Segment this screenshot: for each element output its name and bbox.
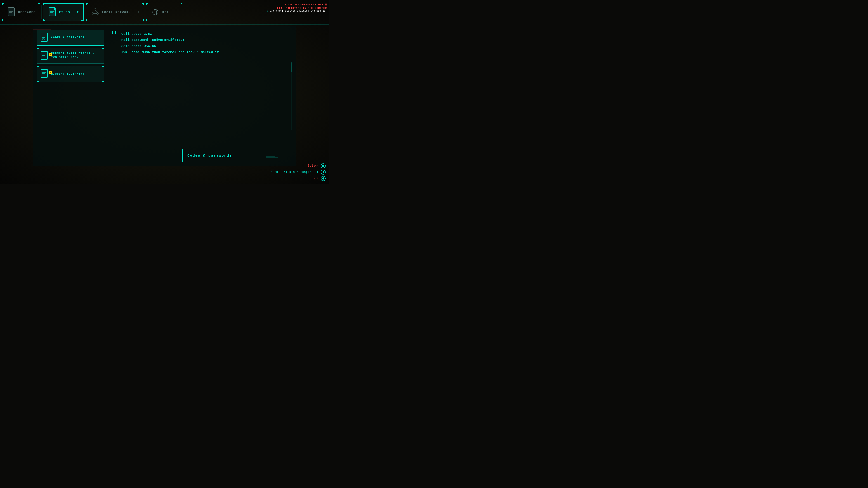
scroll-label: Scroll Within Message/File: [271, 170, 319, 174]
select-label: Select: [308, 164, 319, 167]
files-icon: [48, 6, 57, 18]
files-tab-count: 2: [72, 11, 79, 14]
content-line-3: Safe code: 054786: [121, 43, 289, 49]
missing-equipment-label: MISSING EQUIPMENT: [51, 72, 85, 76]
control-exit: Exit: [311, 176, 326, 181]
exit-btn-inner: [322, 177, 324, 180]
file-title-text: Codes & passwords: [187, 154, 232, 158]
tab-net[interactable]: NET: [146, 3, 182, 21]
file-title-bar: Codes & passwords: [182, 149, 289, 162]
svg-point-9: [94, 8, 96, 10]
svg-point-8: [54, 8, 55, 10]
content-line-2: Mail password: sc@vsForLife123!: [121, 37, 289, 43]
connection-status: CONNECTION SHARING ENABLED ●: [285, 3, 323, 6]
top-navigation: MESSAGES FILES 2: [0, 0, 329, 25]
gig-info: CONNECTION SHARING ENABLED ● ⊡ GIG: PROT…: [267, 2, 327, 13]
scroll-btn-r: R: [322, 171, 324, 173]
tab-local-network[interactable]: LOCAL NETWORK 2: [86, 3, 144, 21]
codes-passwords-icon: [40, 33, 49, 43]
sidebar-item-codes-passwords[interactable]: CODES & PASSWORDS: [37, 30, 104, 46]
net-tab-label: NET: [162, 11, 168, 14]
messages-icon: [7, 6, 16, 18]
codes-passwords-label: CODES & PASSWORDS: [51, 36, 85, 40]
net-icon: [151, 6, 160, 18]
file-title-decoration: [266, 152, 284, 160]
local-network-tab-count: 2: [133, 11, 140, 14]
furnace-icon: !: [40, 51, 49, 61]
svg-line-12: [93, 10, 95, 13]
sidebar-item-furnace[interactable]: ! FURNACE INSTRUCTIONS - TWO STEPS BACK: [37, 48, 104, 64]
local-network-tab-label: LOCAL NETWORK: [102, 11, 131, 14]
sidebar-item-missing-equipment[interactable]: ! MISSING EQUIPMENT: [37, 66, 104, 82]
control-select: Select: [308, 163, 326, 168]
missing-equipment-icon: !: [40, 69, 49, 79]
gig-objective-text: Find the prototype emitting the signal.: [269, 9, 327, 12]
furnace-alert-badge: !: [49, 53, 53, 56]
select-btn-inner: [322, 165, 324, 167]
content-line-4: Nvm, some dumb fuck torched the lock & m…: [121, 49, 289, 55]
files-tab-label: FILES: [59, 11, 70, 14]
network-icon: [91, 6, 100, 18]
svg-line-13: [95, 10, 97, 13]
gig-objective: ℹ Find the prototype emitting the signal…: [267, 9, 327, 13]
scroll-thumb: [291, 63, 292, 72]
file-marker: [112, 31, 116, 34]
select-btn[interactable]: [321, 163, 326, 168]
messages-tab-label: MESSAGES: [18, 11, 36, 14]
alert-icon: ⊡: [324, 2, 327, 7]
file-content-text: Cell code: 2753 Mail password: sc@vsForL…: [121, 31, 289, 55]
objective-icon: ℹ: [267, 9, 268, 13]
exit-label: Exit: [311, 177, 319, 180]
svg-rect-0: [8, 8, 14, 16]
main-content: CODES & PASSWORDS ! FURNACE INSTRUCTIONS…: [33, 26, 296, 166]
content-line-1: Cell code: 2753: [121, 31, 289, 37]
tab-messages[interactable]: MESSAGES: [2, 3, 40, 21]
exit-btn[interactable]: [321, 176, 326, 181]
sidebar: CODES & PASSWORDS ! FURNACE INSTRUCTIONS…: [33, 26, 108, 166]
missing-equipment-alert-badge: !: [49, 71, 53, 74]
file-content-area: Cell code: 2753 Mail password: sc@vsForL…: [108, 26, 296, 166]
control-scroll: Scroll Within Message/File R: [271, 170, 326, 175]
gig-title: GIG: PROTOTYPE IN THE SCRAPER: [267, 7, 327, 9]
furnace-label: FURNACE INSTRUCTIONS - TWO STEPS BACK: [51, 52, 101, 60]
scroll-indicator[interactable]: [291, 62, 292, 130]
nav-sep-3: [145, 5, 145, 19]
bottom-controls: Select Scroll Within Message/File R Exit: [271, 163, 326, 181]
scroll-btn[interactable]: R: [321, 170, 326, 175]
tab-files[interactable]: FILES 2: [43, 3, 84, 21]
